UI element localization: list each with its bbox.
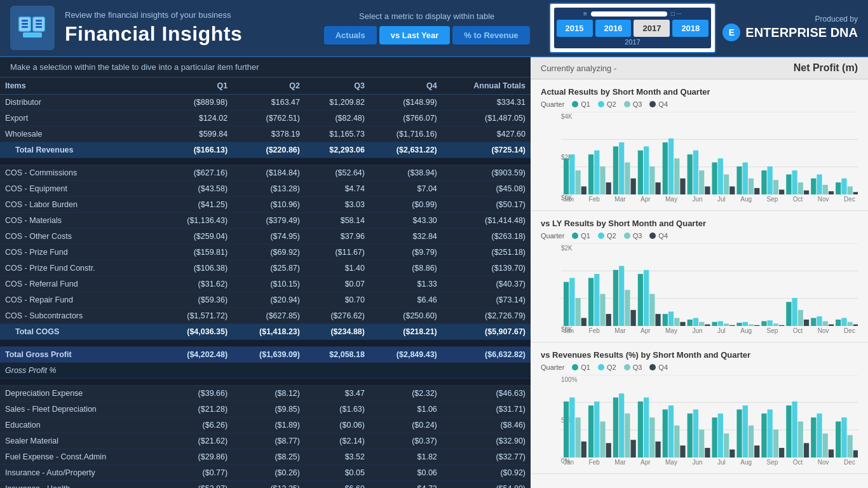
table-row[interactable]: COS - Repair Fund ($59.36) ($20.94) $0.7…: [0, 292, 531, 308]
row-q1: ($1,136.43): [160, 213, 233, 229]
table-row[interactable]: Wholesale $599.84 $378.19 $1,165.73 ($1,…: [0, 126, 531, 142]
svg-rect-149: [761, 414, 766, 458]
table-row[interactable]: Education ($6.26) ($1.89) ($0.06) ($0.24…: [0, 417, 531, 433]
svg-rect-42: [743, 163, 748, 194]
table-row[interactable]: COS - Prize Fund ($159.81) ($69.92) ($11…: [0, 245, 531, 261]
svg-rect-146: [743, 405, 748, 458]
table-row[interactable]: Distributor ($889.98) $163.47 $1,209.82 …: [0, 95, 531, 111]
row-q2: [233, 363, 305, 379]
table-row[interactable]: COS - Commissions ($627.16) ($184.84) ($…: [0, 165, 531, 181]
analyzing-label: Currently analyzing -: [541, 64, 616, 73]
table-row[interactable]: COS - Labor Burden ($41.25) ($10.96) $3.…: [0, 197, 531, 213]
svg-rect-112: [853, 324, 858, 326]
row-q1: ($21.28): [160, 402, 233, 417]
vsrev-legend-q1: Q1: [572, 363, 590, 371]
table-row[interactable]: [0, 379, 531, 386]
row-label: COS - Materials: [0, 213, 160, 229]
svg-rect-79: [649, 294, 654, 326]
metric-selector: Select a metric to display within table …: [324, 11, 530, 44]
vsrev-svg: [561, 375, 858, 458]
actuals-chart-container: [561, 112, 858, 194]
year-selected-button[interactable]: 2017: [634, 20, 670, 37]
row-total: ($73.14): [442, 292, 531, 308]
row-q4: ($0.99): [370, 197, 442, 213]
svg-rect-91: [724, 323, 729, 326]
row-q1: ($627.16): [160, 165, 233, 181]
col-totals: Annual Totals: [442, 78, 531, 95]
table-row[interactable]: Total Gross Profit ($4,202.48) ($1,639.0…: [0, 347, 531, 363]
year-2018-button[interactable]: 2018: [672, 20, 709, 37]
col-q4: Q4: [370, 78, 442, 95]
table-row[interactable]: Depreciation Expense ($39.66) ($8.12) $3…: [0, 386, 531, 402]
row-q3: $0.70: [305, 292, 370, 308]
row-q1: ($4,202.48): [160, 347, 233, 363]
row-label: Fuel Expense - Const.Admin: [0, 449, 160, 465]
brand-icon: E: [722, 24, 740, 41]
table-row[interactable]: Total COGS ($4,036.35) ($1,418.23) ($234…: [0, 324, 531, 340]
row-q4: ($1,716.16): [370, 126, 442, 142]
table-wrapper[interactable]: Items Q1 Q2 Q3 Q4 Annual Totals Distribu…: [0, 78, 531, 488]
svg-rect-45: [761, 170, 766, 194]
svg-rect-49: [786, 175, 791, 195]
table-row[interactable]: COS - Prize Fund Constr. ($106.38) ($25.…: [0, 261, 531, 276]
year-2016-button[interactable]: 2016: [595, 20, 632, 37]
row-q3: ($52.64): [305, 165, 370, 181]
table-row[interactable]: Gross Profit %: [0, 363, 531, 379]
actuals-x-labels: JanFebMarAprMayJun JulAugSepOctNovDec: [561, 196, 858, 203]
svg-rect-151: [773, 430, 778, 458]
svg-rect-47: [773, 180, 778, 194]
actuals-button[interactable]: Actuals: [324, 26, 377, 44]
table-row[interactable]: COS - Equipment ($43.58) ($13.28) $4.74 …: [0, 181, 531, 197]
svg-rect-66: [569, 278, 574, 326]
legend-q2-label: Q2: [607, 100, 616, 108]
row-q3: ($0.06): [305, 417, 370, 433]
vsly-svg: [561, 243, 858, 326]
table-row[interactable]: Sales - Fleet Depreciation ($21.28) ($9.…: [0, 402, 531, 417]
pct-to-revenue-button[interactable]: % to Revenue: [452, 26, 529, 44]
table-row[interactable]: COS - Other Costs ($259.04) ($74.95) $37…: [0, 229, 531, 245]
year-range-bar[interactable]: [591, 11, 667, 17]
row-q2: ($184.84): [233, 165, 305, 181]
row-label: Wholesale: [0, 126, 160, 142]
svg-rect-89: [712, 322, 717, 326]
row-q4: ($38.94): [370, 165, 442, 181]
table-row[interactable]: Total Revenues ($166.13) ($220.86) $2,29…: [0, 142, 531, 158]
svg-rect-53: [811, 179, 816, 194]
row-q4: ($218.21): [370, 324, 442, 340]
year-2015-button[interactable]: 2015: [557, 20, 593, 37]
table-row[interactable]: [0, 340, 531, 347]
svg-rect-85: [688, 320, 693, 326]
table-row[interactable]: [0, 158, 531, 165]
table-row[interactable]: Insurance - Auto/Property ($0.77) ($0.26…: [0, 465, 531, 481]
table-row[interactable]: COS - Subcontractors ($1,571.72) ($627.8…: [0, 308, 531, 324]
vsrev-chart-container: [561, 375, 858, 458]
vs-last-year-button[interactable]: vs Last Year: [379, 26, 451, 44]
svg-rect-97: [761, 321, 766, 326]
table-row[interactable]: COS - Referral Fund ($31.62) ($10.15) $0…: [0, 276, 531, 292]
row-q1: ($41.25): [160, 197, 233, 213]
header-title: Financial Insights: [65, 22, 311, 46]
svg-rect-132: [655, 442, 660, 458]
svg-rect-43: [749, 179, 754, 194]
row-total: $334.31: [442, 95, 531, 111]
table-row[interactable]: Export $124.02 ($762.51) ($82.48) ($766.…: [0, 111, 531, 126]
vsly-legend-q2: Q2: [598, 232, 616, 240]
vsly-chart-container: [561, 243, 858, 326]
row-q1: ($52.87): [160, 481, 233, 489]
svg-rect-34: [693, 151, 698, 194]
svg-rect-95: [749, 324, 754, 326]
svg-rect-38: [718, 158, 723, 194]
table-row[interactable]: COS - Materials ($1,136.43) ($379.49) $5…: [0, 213, 531, 229]
row-total: ($40.37): [442, 276, 531, 292]
row-total: ($139.70): [442, 261, 531, 276]
svg-rect-21: [613, 146, 618, 194]
svg-rect-88: [705, 324, 710, 326]
table-row[interactable]: Sealer Material ($21.62) ($8.77) ($2.14)…: [0, 433, 531, 449]
svg-rect-101: [786, 302, 791, 326]
table-row[interactable]: Fuel Expense - Const.Admin ($29.86) ($8.…: [0, 449, 531, 465]
row-total: ($31.71): [442, 402, 531, 417]
vsly-legend-q4: Q4: [649, 232, 668, 240]
table-row[interactable]: Insurance - Health ($52.87) ($13.35) $6.…: [0, 481, 531, 489]
svg-rect-28: [655, 182, 660, 194]
svg-rect-120: [581, 442, 587, 458]
